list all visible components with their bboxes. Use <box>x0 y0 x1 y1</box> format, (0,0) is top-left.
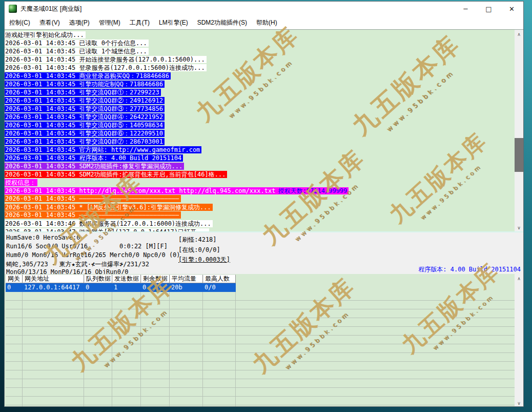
scroll-up-icon[interactable]: ∧ <box>515 274 523 283</box>
table-cell <box>203 370 236 379</box>
table-scrollbar[interactable]: ∧ ∨ <box>515 274 523 407</box>
table-cell <box>112 292 141 301</box>
menu-item-lm-engine[interactable]: LM引擎(E) <box>154 18 193 27</box>
row-filler <box>236 397 515 405</box>
log-line-text: 2026-03-01 14:03:45 ————————————————————… <box>5 211 181 219</box>
table-cell: 0 <box>6 283 23 292</box>
table-cell <box>170 318 203 327</box>
table-cell <box>141 292 170 301</box>
status-run-counters: Run16/6 Soc0/0 Usr0/16 <box>6 243 88 250</box>
table-cell <box>203 327 236 336</box>
status-engine-days: [引擎:0.0003天] <box>178 256 230 264</box>
column-header[interactable]: 队列数据 <box>84 274 112 283</box>
table-cell <box>141 370 170 379</box>
log-line-text: 2026-03-01 14:03:45 * [LM反外挂引擎v3.6]:引擎漏洞… <box>5 204 213 211</box>
table-cell: 0 <box>84 283 112 292</box>
menu-item-help[interactable]: 帮助(H) <box>252 18 282 27</box>
table-row-empty <box>6 344 515 353</box>
maximize-button[interactable]: □ <box>477 2 500 16</box>
table-cell <box>203 336 236 344</box>
minimize-button[interactable]: ─ <box>454 2 477 16</box>
app-window: 天魔圣域01区 [商业版] ─ □ ✕ 控制(C)查看(V)选项(P)管理(M)… <box>4 1 524 407</box>
menu-item-tools[interactable]: 工具(T) <box>125 18 154 27</box>
menu-item-view[interactable]: 查看(V) <box>35 18 65 27</box>
log-line: 2026-03-01 14:03:45 引擎交流QQ群③：277734856 <box>5 105 515 113</box>
table-cell <box>112 388 141 397</box>
table-cell <box>6 292 23 301</box>
column-header[interactable]: 剩余数据 <box>141 274 170 283</box>
status-save-counters: HumSave:0 HeroSave:0 <box>6 234 80 241</box>
table-cell <box>84 397 112 405</box>
close-button[interactable]: ✕ <box>500 2 523 16</box>
title-bar: 天魔圣域01区 [商业版] ─ □ ✕ <box>5 2 523 16</box>
table-cell <box>141 397 170 405</box>
table-cell <box>170 336 203 344</box>
table-cell <box>170 309 203 318</box>
table-cell <box>170 388 203 397</box>
log-line-text: 2026-03-01 14:03:45 程序版本: 4.00 Build 201… <box>5 154 183 162</box>
table-cell <box>23 336 84 344</box>
table-row-empty <box>6 405 515 407</box>
log-line: 2026-03-01 14:03:45 程序版本: 4.00 Build 201… <box>5 154 515 162</box>
row-filler <box>236 318 515 327</box>
log-scrollbar[interactable]: ∧ ∨ <box>515 30 523 232</box>
table-cell <box>141 353 170 362</box>
status-object-counters: Hum0/0 Mon0/16 UsrRot16/265 Merch0/0 Npc… <box>6 251 180 259</box>
table-cell <box>6 405 23 407</box>
scroll-down-icon[interactable]: ∨ <box>515 223 523 232</box>
program-version: 程序版本: 4.00 Build 20151104 <box>418 265 521 274</box>
table-cell <box>84 379 112 388</box>
log-line: 2026-03-01 14:03:45 引擎交流QQ群②：249126912 <box>5 96 515 105</box>
row-filler <box>236 388 515 397</box>
scroll-up-icon[interactable]: ∧ <box>515 30 523 38</box>
column-header[interactable]: 最高人数 <box>203 274 236 283</box>
log-line-suffix: 授权天数:97214/99999 <box>278 187 349 194</box>
table-cell <box>6 388 23 397</box>
table-row-empty <box>6 379 515 388</box>
header-filler <box>236 274 515 283</box>
log-line-text: 2026-03-01 14:03:45 SDM2功能插件:扩展背包未开启,当前背… <box>5 171 227 178</box>
scroll-down-icon[interactable]: ∨ <box>515 399 523 407</box>
log-line-text: 2026-03-01 14:03:45 引擎交流QQ群⑦：286703001 <box>5 138 165 145</box>
log-line: 2026-03-01 14:03:45 引擎交流QQ群⑤：140598634 <box>5 121 515 129</box>
table-cell <box>141 362 170 370</box>
table-cell <box>23 344 84 353</box>
log-line-text: 2026-03-01 14:03:45 引擎交流QQ群②：249126912 <box>5 97 165 104</box>
table-cell <box>203 309 236 318</box>
table-row-empty <box>6 388 515 397</box>
column-header[interactable]: 发送数据 <box>112 274 141 283</box>
table-cell: 1 <box>112 283 141 292</box>
table-cell: 20b <box>170 283 203 292</box>
table-row[interactable]: 0127.0.0.1:6441701020b0/0 <box>6 283 515 292</box>
log-line-text: 2026-03-01 14:03:45 引擎功能定制QQ：718846686 <box>5 81 165 88</box>
menu-item-options[interactable]: 选项(P) <box>65 18 94 27</box>
row-filler <box>236 405 515 407</box>
table-row-empty <box>6 318 515 327</box>
log-line: 2026-03-01 14:03:45 引擎功能定制QQ：718846686 <box>5 80 515 88</box>
table-cell <box>6 397 23 405</box>
table-cell <box>84 353 112 362</box>
table-cell <box>23 318 84 327</box>
log-line-text: 游戏处理引擎初始化成功... <box>5 31 86 38</box>
log-scrollbar-thumb[interactable] <box>515 138 523 172</box>
table-cell <box>112 336 141 344</box>
menu-item-control[interactable]: 控制(C) <box>5 18 35 27</box>
row-filler <box>236 336 515 344</box>
table-cell <box>203 318 236 327</box>
log-line: 2026-03-01 14:03:45 引擎交流QQ群⑦：286703001 <box>5 138 515 146</box>
menu-item-sdm2-plugin[interactable]: SDM2功能插件(S) <box>193 18 252 27</box>
table-cell <box>112 344 141 353</box>
table-cell <box>170 353 203 362</box>
gateway-table-area: 网关网关地址队列数据发送数据剩余数据平均流量最高人数0127.0.0.1:644… <box>5 274 523 407</box>
column-header[interactable]: 网关 <box>6 274 23 283</box>
row-filler <box>236 344 515 353</box>
table-cell <box>141 301 170 309</box>
table-cell <box>112 327 141 336</box>
column-header[interactable]: 网关地址 <box>23 274 84 283</box>
log-line-text: 2026-03-01 14:03:45 登录服务器(127.0.0.1:5600… <box>5 64 207 71</box>
column-header[interactable]: 平均流量 <box>170 274 203 283</box>
row-filler <box>236 353 515 362</box>
log-area[interactable]: 游戏处理引擎初始化成功...2026-03-01 14:03:45 已读取 0个… <box>5 29 523 232</box>
menu-item-manage[interactable]: 管理(M) <box>94 18 125 27</box>
log-line-text: 授权信息： <box>5 179 37 186</box>
